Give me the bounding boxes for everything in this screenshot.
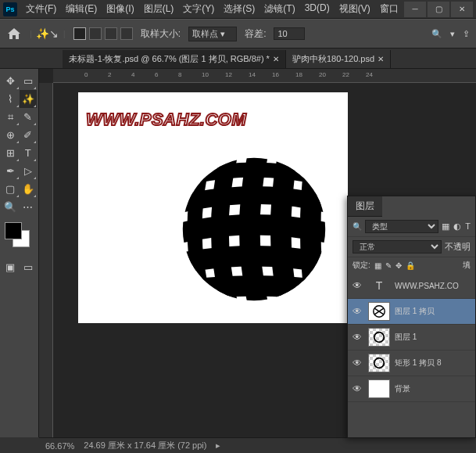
add-selection-button[interactable] (89, 27, 102, 40)
search-icon[interactable]: 🔍 (431, 29, 442, 39)
lock-artboard-icon[interactable]: ✥ (395, 261, 402, 270)
menu-file[interactable]: 文件(F) (22, 1, 60, 17)
window-controls: ─ ▢ ✕ (404, 2, 473, 17)
ruler-horizontal[interactable]: 024681012141618202224 (53, 69, 476, 83)
lasso-tool[interactable]: ⌇ (2, 90, 20, 108)
menu-layer[interactable]: 图层(L) (140, 1, 178, 17)
layer-thumb[interactable] (368, 328, 390, 347)
shape-tool[interactable]: ▢ (2, 180, 20, 198)
visibility-icon[interactable]: 👁 (353, 383, 363, 394)
intersect-selection-button[interactable] (120, 27, 133, 40)
move-tool[interactable]: ✥ (2, 72, 20, 90)
screen-mode-button[interactable]: ▭ (20, 258, 38, 276)
toolbox: ✥▭ ⌇✨ ⌗✎ ⊕✐ ⊞T ✒▷ ▢✋ 🔍⋯ ▣▭ (0, 69, 39, 437)
layer-list: 👁 T WWW.PSAHZ.CO 👁 图层 1 拷贝 👁 图层 1 👁 矩形 1… (348, 273, 475, 402)
visibility-icon[interactable]: 👁 (353, 332, 363, 343)
tab-title: 驴肉中秋180-120.psd (292, 53, 374, 65)
layers-panel[interactable]: 图层 🔍 类型 ▦ ◐ T 正常 不透明 锁定: ▦ ✎ ✥ 🔒 填 👁 T W… (347, 196, 476, 438)
tolerance-label: 容差: (245, 27, 266, 41)
chevron-right-icon[interactable]: ▸ (216, 440, 220, 451)
titlebar: Ps 文件(F) 编辑(E) 图像(I) 图层(L) 文字(Y) 选择(S) 滤… (0, 0, 476, 19)
close-button[interactable]: ✕ (451, 2, 473, 17)
tab-title: 未标题-1-恢复.psd @ 66.7% (图层 1 拷贝, RGB/8#) * (69, 53, 270, 65)
search-icon[interactable]: 🔍 (353, 222, 362, 231)
layer-row[interactable]: 👁 矩形 1 拷贝 8 (348, 351, 475, 376)
layer-filter-select[interactable]: 类型 (365, 220, 438, 233)
quick-mask-button[interactable]: ▣ (2, 258, 20, 276)
lock-all-icon[interactable]: 🔒 (406, 261, 415, 270)
crop-tool[interactable]: ⌗ (2, 108, 20, 126)
layer-row[interactable]: 👁 T WWW.PSAHZ.CO (348, 273, 475, 299)
menu-select[interactable]: 选择(S) (220, 1, 259, 17)
layer-name[interactable]: 背景 (395, 383, 410, 394)
visibility-icon[interactable]: 👁 (353, 358, 363, 369)
subtract-selection-button[interactable] (105, 27, 117, 40)
document-tabs: 未标题-1-恢复.psd @ 66.7% (图层 1 拷贝, RGB/8#) *… (0, 49, 476, 69)
filter-adjust-icon[interactable]: ◐ (453, 221, 461, 232)
menu-image[interactable]: 图像(I) (102, 1, 138, 17)
filter-type-icon[interactable]: T (465, 221, 471, 232)
watermark-text: WWW.PSAHZ.COM (86, 110, 246, 130)
ruler-vertical[interactable] (39, 83, 53, 437)
layer-name[interactable]: WWW.PSAHZ.CO (395, 282, 459, 290)
layer-row[interactable]: 👁 图层 1 拷贝 (348, 299, 475, 325)
menu-view[interactable]: 视图(V) (335, 1, 374, 17)
main-menu: 文件(F) 编辑(E) 图像(I) 图层(L) 文字(Y) 选择(S) 滤镜(T… (22, 1, 404, 17)
layer-thumb-type[interactable]: T (368, 276, 390, 295)
brush-tool[interactable]: ✐ (20, 126, 38, 144)
layers-panel-tab[interactable]: 图层 (348, 196, 382, 217)
eyedropper-tool[interactable]: ✎ (20, 108, 38, 126)
menu-type[interactable]: 文字(Y) (179, 1, 218, 17)
menu-window[interactable]: 窗口 (376, 1, 403, 17)
maximize-button[interactable]: ▢ (428, 2, 449, 17)
magic-wand-tool[interactable]: ✨ (20, 90, 38, 108)
zoom-level[interactable]: 66.67% (45, 441, 74, 451)
visibility-icon[interactable]: 👁 (353, 306, 363, 317)
zoom-tool[interactable]: 🔍 (2, 198, 20, 216)
hand-tool[interactable]: ✋ (20, 180, 38, 198)
sample-size-select[interactable]: 取样点 ▾ (188, 27, 237, 41)
path-select-tool[interactable]: ▷ (20, 162, 38, 180)
more-tools[interactable]: ⋯ (20, 198, 38, 216)
lock-pixels-icon[interactable]: ▦ (374, 261, 381, 270)
type-tool[interactable]: T (20, 144, 38, 162)
svg-point-5 (374, 333, 385, 343)
tab-close-icon[interactable]: ✕ (378, 55, 384, 63)
canvas[interactable]: WWW.PSAHZ.COM (78, 92, 348, 323)
color-swatches[interactable] (5, 222, 30, 247)
document-tab-1[interactable]: 未标题-1-恢复.psd @ 66.7% (图层 1 拷贝, RGB/8#) *… (63, 50, 286, 68)
layer-thumb[interactable] (368, 379, 390, 398)
layer-thumb[interactable] (368, 302, 390, 321)
layer-name[interactable]: 矩形 1 拷贝 8 (395, 358, 441, 369)
layer-name[interactable]: 图层 1 拷贝 (395, 306, 435, 317)
menu-filter[interactable]: 滤镜(T) (260, 1, 299, 17)
visibility-icon[interactable]: 👁 (353, 280, 363, 291)
home-icon[interactable] (6, 26, 22, 41)
lock-position-icon[interactable]: ✎ (385, 261, 392, 270)
share-icon[interactable]: ⇪ (463, 29, 470, 39)
magic-wand-icon[interactable]: ✨↘ (40, 26, 55, 41)
heal-tool[interactable]: ⊕ (2, 126, 20, 144)
sample-size-label: 取样大小: (141, 27, 181, 41)
foreground-swatch[interactable] (5, 222, 22, 239)
gear-icon[interactable]: ▾ (450, 29, 455, 39)
tolerance-input[interactable] (274, 27, 305, 40)
menu-edit[interactable]: 编辑(E) (62, 1, 101, 17)
pen-tool[interactable]: ✒ (2, 162, 20, 180)
layer-row[interactable]: 👁 背景 (348, 376, 475, 402)
filter-pixel-icon[interactable]: ▦ (442, 221, 449, 232)
document-dimensions[interactable]: 24.69 厘米 x 17.64 厘米 (72 ppi) (84, 440, 206, 451)
lock-label: 锁定: (353, 260, 370, 271)
menu-3d[interactable]: 3D(D) (301, 1, 334, 17)
artboard-tool[interactable]: ▭ (20, 72, 38, 90)
layer-name[interactable]: 图层 1 (395, 332, 417, 343)
document-tab-2[interactable]: 驴肉中秋180-120.psd ✕ (286, 50, 391, 68)
stamp-tool[interactable]: ⊞ (2, 144, 20, 162)
blend-mode-select[interactable]: 正常 (353, 240, 442, 253)
minimize-button[interactable]: ─ (404, 2, 426, 17)
lock-row: 锁定: ▦ ✎ ✥ 🔒 填 (348, 257, 475, 273)
layer-row[interactable]: 👁 图层 1 (348, 325, 475, 351)
new-selection-button[interactable] (73, 27, 86, 40)
layer-thumb[interactable] (368, 354, 390, 372)
tab-close-icon[interactable]: ✕ (273, 55, 279, 63)
